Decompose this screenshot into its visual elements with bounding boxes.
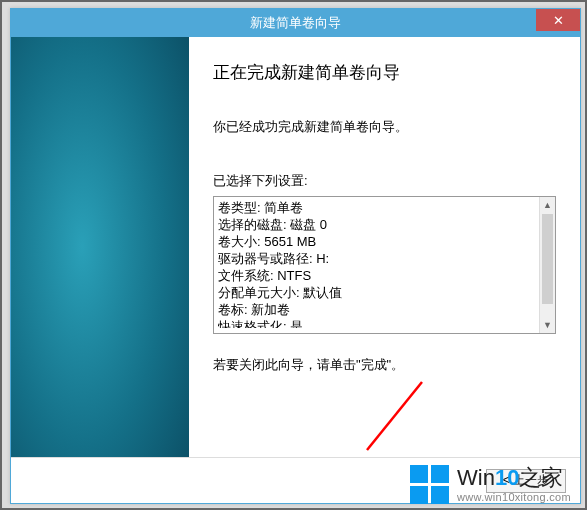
wizard-content: 正在完成新建简单卷向导 你已经成功完成新建简单卷向导。 已选择下列设置: 卷类型… — [189, 37, 580, 503]
watermark: Win10之家 www.win10xitong.com — [410, 465, 571, 504]
wizard-window: 新建简单卷向导 ✕ 正在完成新建简单卷向导 你已经成功完成新建简单卷向导。 已选… — [10, 8, 581, 504]
list-item: 卷类型: 简单卷 — [218, 199, 535, 216]
close-hint-text: 若要关闭此向导，请单击"完成"。 — [213, 356, 556, 374]
scroll-down-button[interactable]: ▼ — [540, 317, 555, 333]
list-item: 分配单元大小: 默认值 — [218, 284, 535, 301]
wizard-intro-text: 你已经成功完成新建简单卷向导。 — [213, 118, 556, 136]
scroll-thumb[interactable] — [542, 214, 553, 304]
list-item: 选择的磁盘: 磁盘 0 — [218, 216, 535, 233]
scrollbar-vertical[interactable]: ▲ ▼ — [539, 197, 555, 333]
watermark-brand-prefix: Win — [457, 465, 495, 490]
wizard-sidebar-graphic — [11, 37, 189, 503]
scroll-up-button[interactable]: ▲ — [540, 197, 555, 213]
watermark-brand-num: 10 — [495, 465, 519, 490]
window-body: 正在完成新建简单卷向导 你已经成功完成新建简单卷向导。 已选择下列设置: 卷类型… — [11, 37, 580, 503]
list-item: 卷大小: 5651 MB — [218, 233, 535, 250]
titlebar: 新建简单卷向导 ✕ — [11, 9, 580, 37]
watermark-brand: Win10之家 — [457, 467, 571, 489]
list-item: 驱动器号或路径: H: — [218, 250, 535, 267]
list-item: 文件系统: NTFS — [218, 267, 535, 284]
close-button[interactable]: ✕ — [536, 9, 580, 31]
settings-listbox[interactable]: 卷类型: 简单卷 选择的磁盘: 磁盘 0 卷大小: 5651 MB 驱动器号或路… — [213, 196, 556, 334]
list-item: 卷标: 新加卷 — [218, 301, 535, 318]
wizard-heading: 正在完成新建简单卷向导 — [213, 61, 556, 84]
list-item: 快速格式化: 是 — [218, 318, 535, 328]
watermark-brand-suffix: 之家 — [519, 465, 563, 490]
settings-label: 已选择下列设置: — [213, 172, 556, 190]
window-title: 新建简单卷向导 — [250, 14, 341, 32]
windows-logo-icon — [410, 465, 449, 504]
watermark-url: www.win10xitong.com — [457, 492, 571, 503]
close-icon: ✕ — [553, 13, 564, 28]
settings-list: 卷类型: 简单卷 选择的磁盘: 磁盘 0 卷大小: 5651 MB 驱动器号或路… — [214, 197, 539, 333]
